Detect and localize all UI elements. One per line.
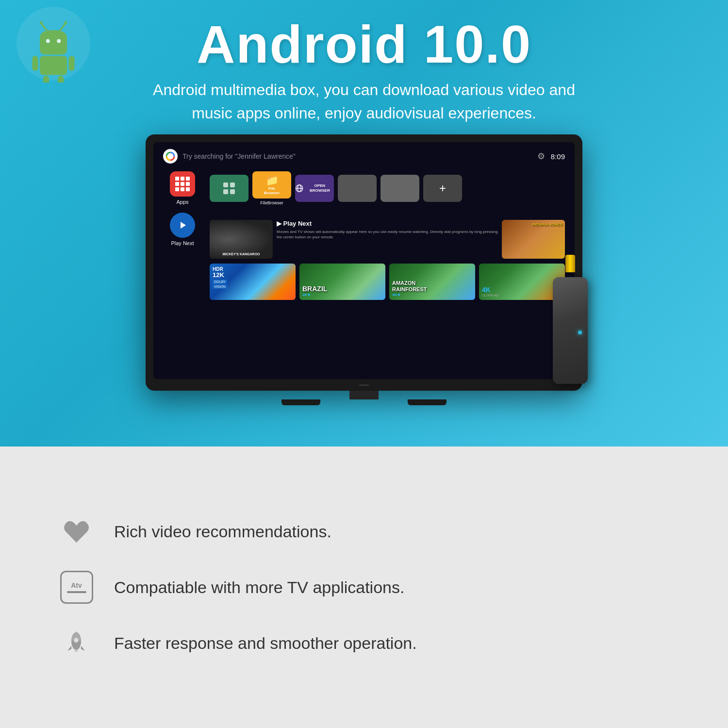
tv-right-content: 📁 FileBrowser FileBrowser	[210, 171, 565, 372]
settings-gear-icon: ⚙	[537, 151, 545, 162]
svg-rect-14	[223, 182, 228, 187]
svg-marker-13	[181, 222, 186, 229]
mickey-thumbnail[interactable]: MICKEY'S KANGAROO	[210, 220, 273, 259]
stick-led-indicator	[578, 331, 582, 334]
app-tile-empty-1[interactable]	[338, 175, 377, 202]
apps-button[interactable]: Apps	[170, 171, 195, 205]
top-section: Android 10.0 Android multimedia box, you…	[0, 0, 728, 447]
heart-icon-wrap	[58, 513, 95, 550]
svg-rect-7	[40, 56, 67, 75]
subtitle: Android multimedia box, you can download…	[146, 78, 582, 125]
tv-wrapper: Try searching for "Jennifer Lawrence" ⚙ …	[146, 134, 582, 405]
apps-grid-icon	[171, 173, 194, 195]
atv-bar	[67, 591, 86, 593]
rocket-icon	[61, 628, 92, 659]
title-area: Android 10.0 Android multimedia box, you…	[146, 0, 582, 125]
svg-rect-17	[230, 189, 235, 194]
play-next-info: ▶ Play Next Movies and TV shows will aut…	[277, 220, 498, 259]
stick-hdmi-connector	[565, 255, 575, 272]
main-title: Android 10.0	[146, 15, 582, 73]
video-thumb-amazon[interactable]: AMAZONRAINFOREST 4K★	[389, 264, 475, 300]
indiana-thumbnail[interactable]: INDIANA JONES	[502, 220, 565, 259]
tv-bottom-bezel	[153, 379, 575, 391]
play-next-description: Movies and TV shows will automatically a…	[277, 229, 498, 240]
apps-row-wrapper: 📁 FileBrowser FileBrowser	[210, 171, 565, 215]
stick-body	[553, 277, 588, 384]
android-logo-icon	[15, 5, 92, 83]
file-browser-tile[interactable]: 📁 FileBrowser	[252, 171, 291, 199]
indiana-title: INDIANA JONES	[504, 222, 563, 227]
feature-text-3: Faster response and smoother operation.	[114, 634, 417, 653]
open-browser-label: OPEN BROWSER	[306, 183, 334, 193]
play-next-row: MICKEY'S KANGAROO ▶ Play Next Movies and…	[210, 220, 565, 259]
rocket-icon-wrap	[58, 625, 95, 662]
apps-icon	[170, 171, 195, 197]
svg-point-2	[57, 39, 61, 43]
bottom-section: Rich video recommendations. Atv Compatia…	[0, 447, 728, 728]
tv-stand-base	[146, 399, 582, 405]
play-next-section-title: ▶ Play Next	[277, 220, 498, 227]
feature-text-1: Rich video recommendations.	[114, 522, 331, 541]
play-next-icon	[170, 213, 195, 238]
tv-time: 8:09	[551, 152, 565, 161]
apps-label: Apps	[176, 199, 188, 205]
tv-stand-neck	[349, 391, 379, 399]
svg-rect-11	[58, 76, 64, 83]
tv-stand-foot-right	[408, 399, 447, 405]
video-thumb-brazil[interactable]: BRAZIL 4K★	[299, 264, 385, 300]
file-browser-label: FileBrowser	[252, 200, 291, 205]
tv-ui: Try searching for "Jennifer Lawrence" ⚙ …	[153, 142, 575, 379]
apps-row: 📁 FileBrowser FileBrowser	[210, 171, 565, 205]
search-placeholder-text: Try searching for "Jennifer Lawrence"	[182, 152, 296, 160]
file-browser-tile-wrap: 📁 FileBrowser FileBrowser	[252, 171, 291, 205]
feature-row-1: Rich video recommendations.	[58, 513, 670, 550]
svg-point-5	[40, 21, 43, 24]
atv-text: Atv	[71, 581, 82, 589]
play-next-button[interactable]: Play Next	[170, 213, 195, 246]
mickey-title: MICKEY'S KANGAROO	[212, 252, 270, 256]
play-next-label: Play Next	[171, 240, 194, 246]
video-thumb-hdr[interactable]: HDR 12K DOLBY VISION	[210, 264, 296, 300]
tv-header: Try searching for "Jennifer Lawrence" ⚙ …	[163, 149, 565, 164]
plus-icon: +	[439, 182, 446, 195]
svg-rect-9	[68, 56, 74, 71]
tv-header-right: ⚙ 8:09	[537, 151, 565, 162]
feature-row-3: Faster response and smoother operation.	[58, 625, 670, 662]
svg-point-1	[46, 39, 50, 43]
add-app-tile[interactable]: +	[423, 175, 462, 202]
tv-indicator-dot	[359, 384, 369, 386]
atv-icon-wrap: Atv	[58, 569, 95, 606]
svg-rect-10	[43, 76, 49, 83]
atv-icon: Atv	[60, 571, 93, 604]
svg-point-6	[64, 21, 67, 24]
app-tile-empty-2[interactable]	[381, 175, 419, 202]
svg-rect-15	[230, 182, 235, 187]
open-browser-tile[interactable]: OPEN BROWSER	[295, 175, 334, 202]
google-assistant-icon	[163, 149, 178, 164]
tv-search-area: Try searching for "Jennifer Lawrence"	[163, 149, 296, 164]
svg-point-22	[74, 638, 79, 643]
feature-text-2: Compatiable with more TV applications.	[114, 578, 404, 597]
tv-main-content: Apps Play Next	[163, 171, 565, 372]
feature-row-2: Atv Compatiable with more TV application…	[58, 569, 670, 606]
video-thumbnails-row: HDR 12K DOLBY VISION BRAZIL	[210, 264, 565, 300]
tv-stand-foot-left	[281, 399, 320, 405]
svg-rect-8	[32, 56, 38, 71]
tv-left-sidebar: Apps Play Next	[163, 171, 202, 372]
app-tile-green[interactable]	[210, 175, 248, 202]
svg-rect-16	[223, 189, 228, 194]
tv-outer: Try searching for "Jennifer Lawrence" ⚙ …	[146, 134, 582, 391]
tv-stick-device	[548, 260, 592, 386]
heart-icon	[61, 516, 92, 547]
tv-screen: Try searching for "Jennifer Lawrence" ⚙ …	[153, 142, 575, 379]
